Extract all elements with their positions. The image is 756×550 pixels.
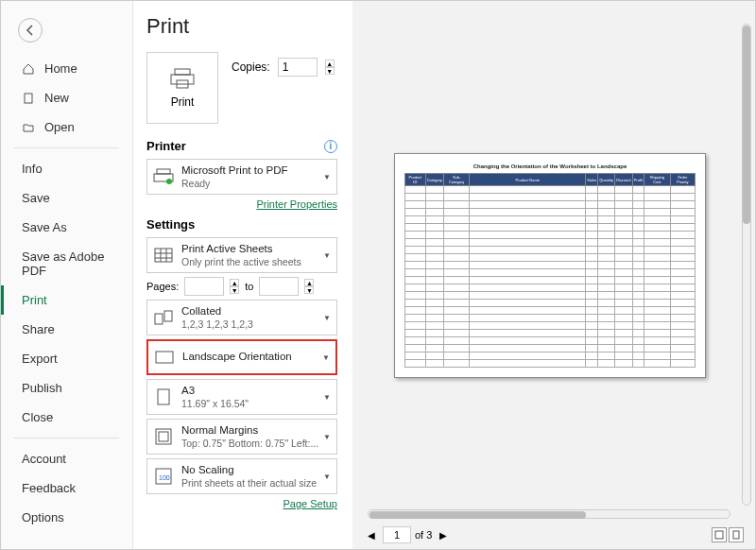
svg-rect-20 xyxy=(715,531,723,539)
show-margins-button[interactable] xyxy=(712,527,727,542)
scaling-sub: Print sheets at their actual size xyxy=(181,477,323,490)
pages-to-input[interactable] xyxy=(259,277,299,296)
copies-down[interactable]: ▼ xyxy=(325,67,335,75)
vertical-scrollbar[interactable] xyxy=(742,24,751,506)
sidebar-label: Close xyxy=(22,410,53,424)
sidebar-label: Export xyxy=(22,352,58,366)
chevron-down-icon: ▼ xyxy=(323,314,331,322)
sidebar-label: Account xyxy=(22,452,66,466)
paper-sub: 11.69" x 16.54" xyxy=(181,398,323,410)
printer-section-header: Printer xyxy=(146,139,186,153)
printer-status: Ready xyxy=(181,178,323,190)
sidebar-label: Share xyxy=(22,322,55,336)
sidebar-label: Feedback xyxy=(22,481,76,495)
sidebar-item-info[interactable]: Info xyxy=(1,154,132,183)
open-icon xyxy=(22,121,35,134)
sidebar-item-print[interactable]: Print xyxy=(1,285,132,315)
nav-separator xyxy=(14,147,119,148)
page-current-input[interactable] xyxy=(383,526,411,543)
collated-dropdown[interactable]: Collated 1,2,3 1,2,3 1,2,3 ▼ xyxy=(146,300,337,335)
horizontal-scrollbar[interactable] xyxy=(368,509,730,519)
pages-to-label: to xyxy=(245,281,253,292)
pages-from-input[interactable] xyxy=(184,277,224,296)
print-button[interactable]: Print xyxy=(146,52,218,124)
margins-title: Normal Margins xyxy=(181,424,323,438)
pages-to-down[interactable]: ▼ xyxy=(304,286,314,294)
page-prev-button[interactable]: ◀ xyxy=(364,528,379,542)
sidebar-item-close[interactable]: Close xyxy=(1,403,132,432)
nav-separator xyxy=(14,438,119,438)
sidebar-label: Home xyxy=(44,61,77,76)
sidebar-item-publish[interactable]: Publish xyxy=(1,373,132,403)
backstage-sidebar: Home New Open Info Save Save As Save as … xyxy=(1,1,133,549)
sidebar-label: New xyxy=(44,91,69,105)
pages-label: Pages: xyxy=(146,281,179,292)
print-button-label: Print xyxy=(171,95,195,109)
sidebar-item-share[interactable]: Share xyxy=(1,315,132,344)
chevron-down-icon: ▼ xyxy=(323,433,331,441)
page-next-button[interactable]: ▶ xyxy=(436,528,451,542)
chevron-down-icon: ▼ xyxy=(323,473,331,481)
sidebar-item-export[interactable]: Export xyxy=(1,344,132,373)
landscape-icon xyxy=(154,347,175,368)
sidebar-label: Info xyxy=(22,162,43,176)
sidebar-label: Print xyxy=(22,293,47,307)
copies-up[interactable]: ▲ xyxy=(325,60,335,67)
margins-icon xyxy=(153,426,174,447)
print-what-sub: Only print the active sheets xyxy=(181,256,323,268)
new-icon xyxy=(22,92,35,105)
pages-from-down[interactable]: ▼ xyxy=(230,286,239,294)
preview-table: Product IDCategorySub-CategoryProduct Na… xyxy=(404,173,696,368)
sidebar-item-new[interactable]: New xyxy=(1,83,132,112)
printer-name: Microsoft Print to PDF xyxy=(181,164,323,178)
orientation-dropdown[interactable]: Landscape Orientation ▼ xyxy=(146,339,337,375)
chevron-down-icon: ▼ xyxy=(323,173,331,181)
sheets-icon xyxy=(153,245,174,266)
settings-section-header: Settings xyxy=(146,217,195,232)
info-icon[interactable]: i xyxy=(324,140,337,153)
svg-rect-0 xyxy=(25,94,32,103)
chevron-down-icon: ▼ xyxy=(323,251,331,260)
page-setup-link[interactable]: Page Setup xyxy=(284,498,338,509)
svg-rect-13 xyxy=(164,311,172,321)
sidebar-label: Options xyxy=(22,510,64,524)
printer-properties-link[interactable]: Printer Properties xyxy=(256,198,337,210)
sidebar-item-save-adobe-pdf[interactable]: Save as Adobe PDF xyxy=(1,242,132,285)
print-what-title: Print Active Sheets xyxy=(181,243,323,256)
zoom-to-page-button[interactable] xyxy=(729,527,744,542)
paper-size-dropdown[interactable]: A3 11.69" x 16.54" ▼ xyxy=(146,379,337,415)
pages-from-up[interactable]: ▲ xyxy=(230,279,239,286)
svg-rect-12 xyxy=(155,314,163,324)
svg-rect-7 xyxy=(155,249,172,262)
preview-page: Changing the Orientation of the Workshee… xyxy=(394,153,706,378)
preview-doc-title: Changing the Orientation of the Workshee… xyxy=(404,163,696,169)
pages-to-up[interactable]: ▲ xyxy=(304,279,314,286)
sidebar-label: Save as Adobe PDF xyxy=(22,249,132,278)
svg-rect-21 xyxy=(733,531,739,539)
svg-rect-15 xyxy=(158,389,169,404)
sidebar-item-home[interactable]: Home xyxy=(1,54,132,83)
svg-text:100: 100 xyxy=(159,474,170,481)
sidebar-item-options[interactable]: Options xyxy=(1,503,132,532)
scaling-dropdown[interactable]: 100 No Scaling Print sheets at their act… xyxy=(146,458,337,494)
scaling-title: No Scaling xyxy=(181,464,323,477)
margins-dropdown[interactable]: Normal Margins Top: 0.75" Bottom: 0.75" … xyxy=(146,419,337,455)
collated-title: Collated xyxy=(181,305,323,318)
sidebar-item-saveas[interactable]: Save As xyxy=(1,213,132,242)
sidebar-item-account[interactable]: Account xyxy=(1,444,132,473)
copies-input[interactable] xyxy=(278,58,318,77)
printer-dropdown[interactable]: Microsoft Print to PDF Ready ▼ xyxy=(146,159,337,195)
print-what-dropdown[interactable]: Print Active Sheets Only print the activ… xyxy=(146,237,337,273)
svg-rect-14 xyxy=(156,352,173,363)
sidebar-item-save[interactable]: Save xyxy=(1,183,132,213)
svg-rect-2 xyxy=(171,75,194,84)
back-button[interactable] xyxy=(18,18,43,43)
paper-icon xyxy=(153,387,174,407)
print-preview-panel: Changing the Orientation of the Workshee… xyxy=(352,1,755,549)
sidebar-item-open[interactable]: Open xyxy=(1,112,132,142)
printer-icon xyxy=(153,166,174,187)
sidebar-label: Publish xyxy=(22,381,62,395)
printer-icon xyxy=(169,67,196,90)
sidebar-item-feedback[interactable]: Feedback xyxy=(1,473,132,503)
chevron-down-icon: ▼ xyxy=(323,393,331,402)
